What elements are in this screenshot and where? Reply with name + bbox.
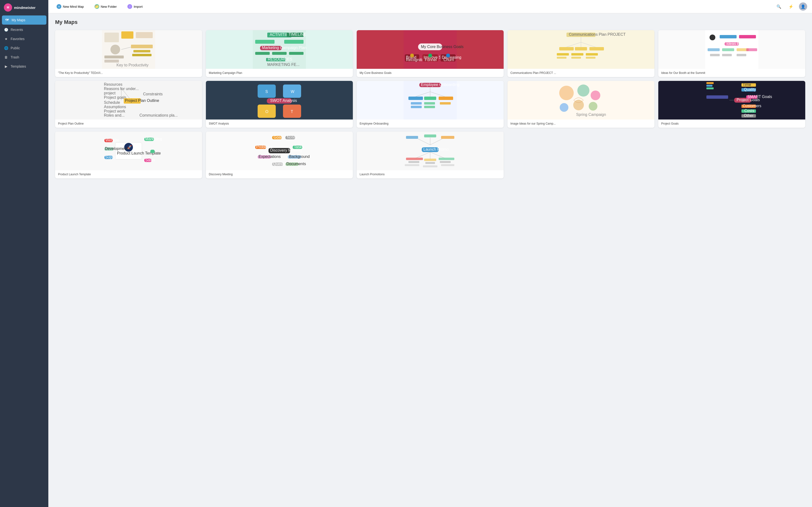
new-mind-map-icon: + xyxy=(57,4,61,9)
svg-rect-56 xyxy=(571,57,581,59)
svg-rect-54 xyxy=(586,53,598,56)
svg-text:TIMELINE: TIMELINE xyxy=(289,32,306,37)
svg-rect-57 xyxy=(586,57,596,59)
svg-rect-19 xyxy=(255,52,270,55)
svg-rect-61 xyxy=(739,35,756,38)
svg-text:🚀: 🚀 xyxy=(127,145,132,150)
new-folder-icon: 📁 xyxy=(95,4,99,9)
map-thumb-onboarding: Employee Onboarding xyxy=(357,81,504,119)
svg-rect-192 xyxy=(440,161,451,163)
map-card-discovery[interactable]: Discovery Meeting Goals Notes Problems T… xyxy=(206,131,353,178)
logo-area: M mindmeister xyxy=(0,0,48,15)
map-card-launch-template[interactable]: 🚀 Product Launch Template Website Market… xyxy=(55,131,202,178)
svg-text:W: W xyxy=(291,90,295,94)
topbar: + New Mind Map 📁 New Folder ↑ Import 🔍 ⚡… xyxy=(48,0,812,13)
trash-icon: 🗑 xyxy=(4,55,8,59)
svg-text:Churn: Churn xyxy=(444,58,454,62)
svg-rect-55 xyxy=(557,57,566,59)
map-thumb-booth: Ideas Booth xyxy=(658,30,805,69)
map-card-business[interactable]: My Core Business Goals Brand Recognition… xyxy=(357,30,504,77)
map-label-project-plan: Project Plan Outline xyxy=(55,119,202,128)
map-label-discovery: Discovery Meeting xyxy=(206,170,353,178)
sidebar-item-recents[interactable]: 🕐 Recents xyxy=(0,25,48,34)
map-card-project-plan[interactable]: Resources Reasons for under... project P… xyxy=(55,81,202,128)
svg-rect-52 xyxy=(557,53,569,56)
activity-icon[interactable]: ⚡ xyxy=(787,2,795,11)
map-label-launch-template: Product Launch Template xyxy=(55,170,202,178)
map-thumb-launch-template: 🚀 Product Launch Template Website Market… xyxy=(55,131,202,170)
map-label-promotions: Launch Promotions xyxy=(357,170,504,178)
avatar[interactable]: 👤 xyxy=(799,2,807,11)
search-icon[interactable]: 🔍 xyxy=(775,2,783,11)
logo-icon: M xyxy=(4,3,12,12)
svg-text:Funnel: Funnel xyxy=(425,58,437,62)
sidebar-item-my-maps-label: My Maps xyxy=(12,18,26,22)
svg-rect-183 xyxy=(441,136,454,139)
svg-text:Launch Promo: Launch Promo xyxy=(423,147,449,151)
map-card-communications[interactable]: Communications Plan PROJECT xyxy=(507,30,654,77)
map-card-booth[interactable]: Ideas Booth Ideas for Our Booth at the S… xyxy=(658,30,805,77)
svg-text:Expectations: Expectations xyxy=(259,155,281,159)
svg-rect-50 xyxy=(575,47,587,50)
svg-text:Costs: Costs xyxy=(744,109,754,113)
svg-rect-68 xyxy=(710,54,720,56)
new-folder-button[interactable]: 📁 New Folder xyxy=(91,2,120,11)
map-card-onboarding[interactable]: Employee Onboarding xyxy=(357,81,504,128)
svg-rect-9 xyxy=(132,54,152,56)
map-label-marketing: Marketing Campaign Plan xyxy=(206,69,353,77)
svg-point-39 xyxy=(410,54,414,57)
map-card-goals[interactable]: Time Quality Project Goals Customers Cos… xyxy=(658,81,805,128)
svg-rect-194 xyxy=(423,165,438,167)
import-button[interactable]: ↑ Import xyxy=(124,2,146,11)
svg-rect-7 xyxy=(131,45,153,48)
sidebar: M mindmeister 🗺 My Maps 🕐 Recents ★ Favo… xyxy=(0,0,48,507)
svg-rect-21 xyxy=(289,52,304,55)
svg-point-41 xyxy=(446,54,450,57)
svg-text:Goals: Goals xyxy=(273,135,284,139)
sidebar-item-favorites[interactable]: ★ Favorites xyxy=(0,34,48,44)
map-label-onboarding: Employee Onboarding xyxy=(357,119,504,128)
svg-text:Project goals: Project goals xyxy=(104,95,126,100)
svg-rect-108 xyxy=(424,102,435,105)
favorites-icon: ★ xyxy=(4,37,8,41)
svg-text:Support: Support xyxy=(105,155,119,159)
svg-text:Documents: Documents xyxy=(286,162,306,166)
sidebar-item-templates[interactable]: ▶ Templates xyxy=(0,62,48,71)
svg-rect-104 xyxy=(408,97,423,100)
map-thumb-promotions: Launch Promo xyxy=(357,131,504,170)
map-card-productivity[interactable]: Key to Productivity "The Key to Producti… xyxy=(55,30,202,77)
sidebar-item-public-label: Public xyxy=(11,46,20,50)
svg-rect-123 xyxy=(706,88,714,89)
svg-rect-181 xyxy=(406,136,418,139)
map-thumb-spring: Spring Campaign xyxy=(507,81,654,119)
logo-text: mindmeister xyxy=(14,6,36,10)
svg-rect-67 xyxy=(746,48,757,51)
sidebar-item-templates-label: Templates xyxy=(11,64,26,68)
svg-text:Sales: Sales xyxy=(145,158,155,162)
new-mind-map-button[interactable]: + New Mind Map xyxy=(53,2,87,11)
svg-rect-191 xyxy=(425,162,435,164)
map-card-spring[interactable]: Spring Campaign Image Ideas for our Spri… xyxy=(507,81,654,128)
svg-rect-111 xyxy=(424,106,435,108)
sidebar-item-trash[interactable]: 🗑 Trash xyxy=(0,53,48,62)
svg-rect-2 xyxy=(121,32,134,39)
svg-rect-122 xyxy=(706,85,712,87)
sidebar-item-my-maps[interactable]: 🗺 My Maps xyxy=(2,15,46,24)
map-label-spring: Image Ideas for our Spring Camp... xyxy=(507,119,654,128)
map-card-swot[interactable]: S W SWOT Analysis O T SWOT Analysis xyxy=(206,81,353,128)
map-card-promotions[interactable]: Launch Promo xyxy=(357,131,504,178)
svg-rect-65 xyxy=(722,48,734,51)
svg-text:S: S xyxy=(265,90,268,94)
svg-text:project: project xyxy=(104,91,116,95)
public-icon: 🌐 xyxy=(4,46,8,50)
sidebar-item-recents-label: Recents xyxy=(11,28,23,32)
svg-rect-121 xyxy=(706,82,714,84)
svg-rect-15 xyxy=(255,40,274,44)
svg-rect-149 xyxy=(150,150,155,153)
map-card-marketing[interactable]: ACTIVITIES Marketing Campaign Plan TIMEL… xyxy=(206,30,353,77)
svg-text:Assumptions: Assumptions xyxy=(104,105,126,109)
svg-rect-110 xyxy=(411,106,422,108)
sidebar-item-public[interactable]: 🌐 Public xyxy=(0,44,48,53)
svg-rect-16 xyxy=(284,40,304,44)
map-thumb-productivity: Key to Productivity xyxy=(55,30,202,69)
